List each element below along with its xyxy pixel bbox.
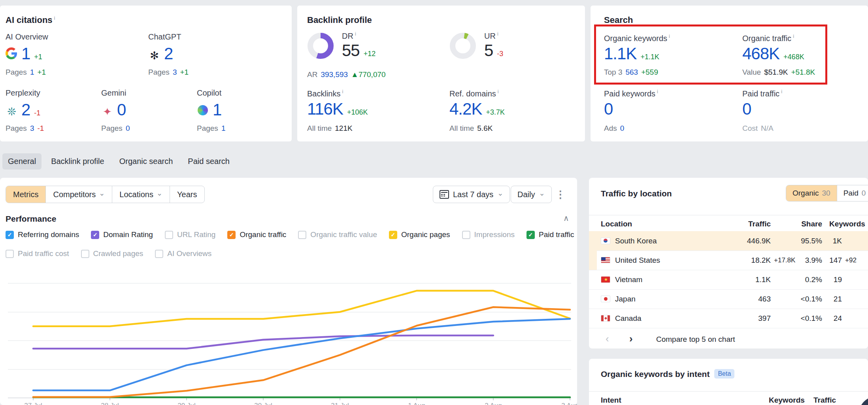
info-icon[interactable]: i	[498, 89, 499, 94]
info-icon[interactable]: i	[781, 89, 782, 94]
metric-checkbox-organic-traffic-value[interactable]: Organic traffic value	[298, 230, 377, 239]
ref-domains-value[interactable]: 4.2K+3.7K	[449, 100, 505, 119]
date-range-button[interactable]: Last 7 days	[433, 186, 510, 203]
metric-checkbox-impressions[interactable]: Impressions	[462, 230, 515, 239]
beta-badge: Beta	[714, 369, 734, 379]
ai-source-value[interactable]: ✦0	[101, 100, 126, 119]
ai-source-value[interactable]: ✻2	[148, 44, 173, 63]
keywords-link[interactable]: 19	[810, 270, 842, 289]
keywords-link[interactable]: 1K	[810, 231, 842, 251]
ur-donut-chart	[449, 32, 476, 59]
location-row-ca[interactable]: Canada397<0.1%24	[589, 309, 868, 328]
ai-source-value[interactable]: 1+1	[6, 44, 42, 63]
metric-checkbox-crawled-pages[interactable]: Crawled pages	[81, 249, 143, 258]
flag-us-icon	[601, 257, 610, 264]
traffic-value: 463	[719, 289, 771, 309]
paid-keywords-ads: Ads0	[604, 124, 624, 133]
location-row-jp[interactable]: Japan463<0.1%21	[589, 289, 868, 309]
chevron-up-icon[interactable]: ∧	[563, 213, 569, 223]
traffic-value: 18.2K	[719, 251, 771, 270]
metric-checkbox-url-rating[interactable]: URL Rating	[165, 230, 216, 239]
paid-keywords-value[interactable]: 0	[604, 100, 613, 119]
ai-source-pages: Pages1	[197, 124, 225, 133]
metric-checkbox-ai-overviews[interactable]: AI Overviews	[155, 249, 211, 258]
x-axis-label: 28 Jul	[101, 402, 119, 405]
x-axis-label: 1 Aug	[408, 402, 425, 405]
chevron-down-icon	[157, 190, 162, 199]
info-icon[interactable]: i	[54, 15, 55, 21]
dr-donut-chart	[307, 32, 334, 59]
traffic-value: 1.1K	[719, 270, 771, 289]
paid-traffic-value[interactable]: 0	[742, 100, 751, 119]
ur-label: URi	[484, 31, 498, 41]
pages-link[interactable]: 1	[30, 68, 34, 77]
keywords-link[interactable]: 24	[810, 309, 842, 328]
x-axis-label: 27 Jul	[24, 402, 42, 405]
filter-segment-competitors[interactable]: Competitors	[46, 186, 112, 203]
pages-link[interactable]: 3	[30, 124, 34, 133]
metric-checkbox-organic-pages[interactable]: Organic pages	[389, 230, 450, 239]
pages-link[interactable]: 1	[221, 124, 226, 133]
tab-paid-search[interactable]: Paid search	[182, 153, 235, 170]
col-header-traffic: Traffic	[810, 396, 836, 405]
compare-top5-link[interactable]: Compare top 5 on chart	[656, 335, 735, 344]
keywords-by-intent-panel: Organic keywords by intentBeta Intent Ke…	[589, 359, 868, 405]
pages-link[interactable]: 0	[126, 124, 130, 133]
toggle-paid[interactable]: Paid 0	[837, 185, 868, 201]
ai-source-pages: Pages3-1	[6, 124, 44, 133]
tab-organic-search[interactable]: Organic search	[114, 153, 179, 170]
filter-segment-metrics[interactable]: Metrics	[6, 186, 46, 203]
ar-value-link[interactable]: 393,593	[321, 70, 348, 79]
keywords-link[interactable]: 147	[810, 251, 842, 270]
checkbox-icon	[526, 231, 535, 239]
location-name: ★Vietnam	[601, 270, 642, 289]
location-row-vn[interactable]: ★Vietnam1.1K0.2%19	[589, 270, 868, 290]
metric-checkbox-domain-rating[interactable]: Domain Rating	[91, 230, 153, 239]
series-organic-traffic	[33, 307, 570, 397]
traffic-value: 446.9K	[719, 231, 771, 251]
metric-checkbox-organic-traffic[interactable]: Organic traffic	[227, 230, 286, 239]
ref-domains-label: Ref. domainsi	[449, 89, 499, 98]
performance-title: Performance	[6, 214, 56, 224]
performance-line-chart[interactable]: 27 Jul28 Jul29 Jul30 Jul31 Jul1 Aug2 Aug…	[0, 261, 577, 405]
ai-citations-card: AI citationsi AI Overview1+1Pages1+1Chat…	[0, 6, 292, 141]
filter-segment-locations[interactable]: Locations	[112, 186, 170, 203]
metric-checkbox-paid-traffic[interactable]: Paid traffic	[526, 230, 574, 239]
more-options-button[interactable]	[555, 186, 566, 203]
keywords-link[interactable]: 21	[810, 289, 842, 309]
series-referring-domains	[33, 319, 570, 390]
filter-segment-years[interactable]: Years	[170, 186, 204, 203]
metric-checkbox-referring-domains[interactable]: Referring domains	[6, 230, 79, 239]
toggle-organic[interactable]: Organic 30	[786, 185, 837, 201]
location-row-kr[interactable]: South Korea446.9K95.5%1K	[589, 231, 868, 251]
backlinks-value[interactable]: 116K+106K	[307, 100, 368, 119]
info-icon[interactable]: i	[657, 89, 658, 94]
next-page-button[interactable]: ›	[629, 333, 633, 345]
ai-source-value[interactable]: 1	[197, 100, 221, 119]
x-axis-label: 30 Jul	[254, 402, 272, 405]
metric-checkbox-paid-traffic-cost[interactable]: Paid traffic cost	[6, 249, 69, 258]
flag-kr-icon	[601, 237, 610, 244]
pages-link[interactable]: 3	[173, 68, 177, 77]
granularity-button[interactable]: Daily	[511, 186, 552, 203]
info-icon[interactable]: i	[355, 31, 356, 37]
chevron-down-icon	[539, 190, 545, 199]
keywords-delta: +92	[845, 251, 857, 270]
x-axis-label: 3 Aug	[561, 402, 577, 405]
metric-checkbox-row: Paid traffic costCrawled pagesAI Overvie…	[6, 249, 211, 258]
pages-delta: +1	[37, 68, 46, 77]
ai-source-pages: Pages1+1	[6, 68, 46, 77]
info-icon[interactable]: i	[497, 31, 498, 37]
info-icon[interactable]: i	[342, 89, 343, 94]
x-axis-label: 29 Jul	[177, 402, 195, 405]
traffic-by-location-title: Traffic by location	[601, 189, 672, 198]
checkbox-icon	[165, 231, 173, 239]
prev-page-button[interactable]: ‹	[606, 333, 609, 345]
checkbox-icon	[91, 231, 99, 239]
tab-general[interactable]: General	[2, 153, 42, 170]
tab-backlink-profile[interactable]: Backlink profile	[45, 153, 110, 170]
checkbox-icon	[6, 250, 14, 258]
calendar-icon	[440, 190, 449, 199]
location-row-us[interactable]: United States18.2K+17.8K3.9%147+92	[589, 251, 868, 270]
ai-source-value[interactable]: ❊2-1	[6, 100, 40, 119]
